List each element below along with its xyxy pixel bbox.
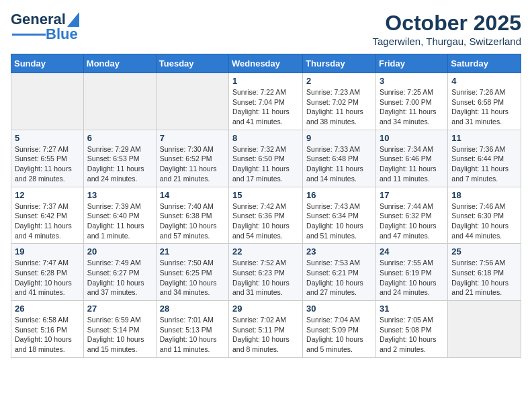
day-info: Sunrise: 7:25 AM Sunset: 7:00 PM Dayligh… xyxy=(380,87,444,127)
table-row: 2Sunrise: 7:23 AM Sunset: 7:02 PM Daylig… xyxy=(303,73,376,130)
header-saturday: Saturday xyxy=(448,54,521,73)
day-number: 28 xyxy=(160,304,225,314)
day-number: 15 xyxy=(232,190,299,200)
table-row: 13Sunrise: 7:39 AM Sunset: 6:40 PM Dayli… xyxy=(83,187,156,244)
day-info: Sunrise: 7:52 AM Sunset: 6:23 PM Dayligh… xyxy=(232,258,299,298)
day-info: Sunrise: 7:02 AM Sunset: 5:11 PM Dayligh… xyxy=(232,315,299,355)
day-number: 13 xyxy=(87,190,152,200)
day-number: 9 xyxy=(306,133,372,143)
day-number: 27 xyxy=(87,304,152,314)
day-info: Sunrise: 7:55 AM Sunset: 6:19 PM Dayligh… xyxy=(380,258,444,298)
svg-marker-0 xyxy=(67,12,79,27)
calendar-week-row: 26Sunrise: 6:58 AM Sunset: 5:16 PM Dayli… xyxy=(11,301,521,358)
day-number: 29 xyxy=(232,304,299,314)
table-row: 11Sunrise: 7:36 AM Sunset: 6:44 PM Dayli… xyxy=(448,130,521,187)
logo-blue: Blue xyxy=(46,26,78,43)
day-info: Sunrise: 7:50 AM Sunset: 6:25 PM Dayligh… xyxy=(160,258,225,298)
table-row: 9Sunrise: 7:33 AM Sunset: 6:48 PM Daylig… xyxy=(303,130,376,187)
day-info: Sunrise: 7:32 AM Sunset: 6:50 PM Dayligh… xyxy=(232,144,299,184)
header-friday: Friday xyxy=(375,54,447,73)
table-row: 20Sunrise: 7:49 AM Sunset: 6:27 PM Dayli… xyxy=(83,244,156,301)
table-row: 30Sunrise: 7:04 AM Sunset: 5:09 PM Dayli… xyxy=(303,301,376,358)
day-number: 21 xyxy=(160,246,225,257)
day-number: 14 xyxy=(160,190,225,200)
day-info: Sunrise: 7:37 AM Sunset: 6:42 PM Dayligh… xyxy=(15,201,80,241)
day-info: Sunrise: 7:42 AM Sunset: 6:36 PM Dayligh… xyxy=(232,201,299,241)
calendar-week-row: 5Sunrise: 7:27 AM Sunset: 6:55 PM Daylig… xyxy=(11,130,521,187)
table-row: 8Sunrise: 7:32 AM Sunset: 6:50 PM Daylig… xyxy=(229,130,303,187)
day-info: Sunrise: 7:47 AM Sunset: 6:28 PM Dayligh… xyxy=(15,258,80,298)
day-number: 6 xyxy=(87,133,152,143)
day-info: Sunrise: 7:26 AM Sunset: 6:58 PM Dayligh… xyxy=(451,87,517,127)
day-info: Sunrise: 7:40 AM Sunset: 6:38 PM Dayligh… xyxy=(160,201,225,241)
calendar-subtitle: Tagerwilen, Thurgau, Switzerland xyxy=(372,36,521,47)
table-row: 18Sunrise: 7:46 AM Sunset: 6:30 PM Dayli… xyxy=(448,187,521,244)
table-row: 12Sunrise: 7:37 AM Sunset: 6:42 PM Dayli… xyxy=(11,187,84,244)
table-row: 4Sunrise: 7:26 AM Sunset: 6:58 PM Daylig… xyxy=(448,73,521,130)
table-row xyxy=(156,73,228,130)
day-info: Sunrise: 7:04 AM Sunset: 5:09 PM Dayligh… xyxy=(306,315,372,355)
day-number: 19 xyxy=(15,246,80,257)
day-info: Sunrise: 7:29 AM Sunset: 6:53 PM Dayligh… xyxy=(87,144,152,184)
day-info: Sunrise: 7:23 AM Sunset: 7:02 PM Dayligh… xyxy=(306,87,372,127)
table-row: 24Sunrise: 7:55 AM Sunset: 6:19 PM Dayli… xyxy=(375,244,447,301)
day-info: Sunrise: 7:33 AM Sunset: 6:48 PM Dayligh… xyxy=(306,144,372,184)
day-number: 31 xyxy=(380,304,444,314)
table-row: 15Sunrise: 7:42 AM Sunset: 6:36 PM Dayli… xyxy=(229,187,303,244)
day-number: 30 xyxy=(306,304,372,314)
table-row: 19Sunrise: 7:47 AM Sunset: 6:28 PM Dayli… xyxy=(11,244,84,301)
table-row: 23Sunrise: 7:53 AM Sunset: 6:21 PM Dayli… xyxy=(303,244,376,301)
day-info: Sunrise: 7:39 AM Sunset: 6:40 PM Dayligh… xyxy=(87,201,152,241)
table-row: 28Sunrise: 7:01 AM Sunset: 5:13 PM Dayli… xyxy=(156,301,228,358)
day-number: 20 xyxy=(87,246,152,257)
day-info: Sunrise: 6:59 AM Sunset: 5:14 PM Dayligh… xyxy=(87,315,152,355)
day-number: 11 xyxy=(451,133,517,143)
page-header: General Blue October 2025 Tagerwilen, Th… xyxy=(11,11,521,47)
day-info: Sunrise: 7:34 AM Sunset: 6:46 PM Dayligh… xyxy=(380,144,444,184)
day-number: 18 xyxy=(451,190,517,200)
table-row: 16Sunrise: 7:43 AM Sunset: 6:34 PM Dayli… xyxy=(303,187,376,244)
day-info: Sunrise: 7:22 AM Sunset: 7:04 PM Dayligh… xyxy=(232,87,299,127)
header-monday: Monday xyxy=(83,54,156,73)
table-row: 5Sunrise: 7:27 AM Sunset: 6:55 PM Daylig… xyxy=(11,130,84,187)
day-number: 2 xyxy=(306,76,372,86)
calendar-week-row: 12Sunrise: 7:37 AM Sunset: 6:42 PM Dayli… xyxy=(11,187,521,244)
header-tuesday: Tuesday xyxy=(156,54,228,73)
day-number: 23 xyxy=(306,246,372,257)
calendar-title: October 2025 xyxy=(372,11,521,36)
table-row: 22Sunrise: 7:52 AM Sunset: 6:23 PM Dayli… xyxy=(229,244,303,301)
day-info: Sunrise: 7:43 AM Sunset: 6:34 PM Dayligh… xyxy=(306,201,372,241)
calendar-body: 1Sunrise: 7:22 AM Sunset: 7:04 PM Daylig… xyxy=(11,73,521,358)
day-info: Sunrise: 7:36 AM Sunset: 6:44 PM Dayligh… xyxy=(451,144,517,184)
day-number: 1 xyxy=(232,76,299,86)
day-number: 24 xyxy=(380,246,444,257)
table-row xyxy=(83,73,156,130)
table-row: 17Sunrise: 7:44 AM Sunset: 6:32 PM Dayli… xyxy=(375,187,447,244)
table-row xyxy=(11,73,84,130)
table-row: 21Sunrise: 7:50 AM Sunset: 6:25 PM Dayli… xyxy=(156,244,228,301)
table-row: 1Sunrise: 7:22 AM Sunset: 7:04 PM Daylig… xyxy=(229,73,303,130)
day-info: Sunrise: 7:44 AM Sunset: 6:32 PM Dayligh… xyxy=(380,201,444,241)
table-row: 25Sunrise: 7:56 AM Sunset: 6:18 PM Dayli… xyxy=(448,244,521,301)
table-row: 6Sunrise: 7:29 AM Sunset: 6:53 PM Daylig… xyxy=(83,130,156,187)
calendar-table: Sunday Monday Tuesday Wednesday Thursday… xyxy=(11,54,521,358)
day-info: Sunrise: 7:49 AM Sunset: 6:27 PM Dayligh… xyxy=(87,258,152,298)
header-sunday: Sunday xyxy=(11,54,84,73)
header-wednesday: Wednesday xyxy=(229,54,303,73)
day-info: Sunrise: 7:46 AM Sunset: 6:30 PM Dayligh… xyxy=(451,201,517,241)
weekday-header-row: Sunday Monday Tuesday Wednesday Thursday… xyxy=(11,54,521,73)
day-number: 12 xyxy=(15,190,80,200)
table-row: 14Sunrise: 7:40 AM Sunset: 6:38 PM Dayli… xyxy=(156,187,228,244)
logo: General Blue xyxy=(11,11,79,43)
table-row: 26Sunrise: 6:58 AM Sunset: 5:16 PM Dayli… xyxy=(11,301,84,358)
day-number: 7 xyxy=(160,133,225,143)
day-info: Sunrise: 7:56 AM Sunset: 6:18 PM Dayligh… xyxy=(451,258,517,298)
day-info: Sunrise: 7:53 AM Sunset: 6:21 PM Dayligh… xyxy=(306,258,372,298)
day-number: 25 xyxy=(451,246,517,257)
table-row: 7Sunrise: 7:30 AM Sunset: 6:52 PM Daylig… xyxy=(156,130,228,187)
day-number: 26 xyxy=(15,304,80,314)
calendar-week-row: 19Sunrise: 7:47 AM Sunset: 6:28 PM Dayli… xyxy=(11,244,521,301)
table-row: 29Sunrise: 7:02 AM Sunset: 5:11 PM Dayli… xyxy=(229,301,303,358)
day-number: 3 xyxy=(380,76,444,86)
table-row: 31Sunrise: 7:05 AM Sunset: 5:08 PM Dayli… xyxy=(375,301,447,358)
